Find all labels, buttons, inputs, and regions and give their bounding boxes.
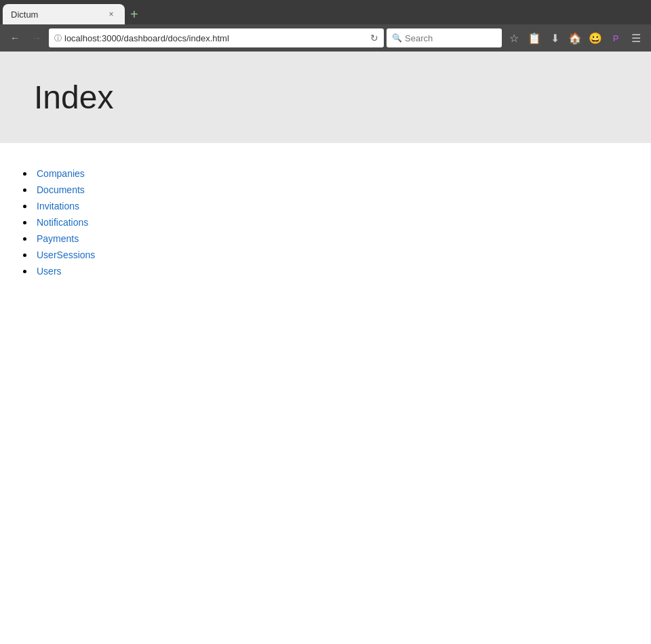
- home-icon[interactable]: 🏠: [566, 28, 585, 47]
- url-input[interactable]: [64, 33, 368, 43]
- page-content: Index CompaniesDocumentsInvitationsNotif…: [0, 52, 651, 644]
- emoji-icon[interactable]: 😀: [586, 28, 605, 47]
- page-title: Index: [34, 79, 617, 116]
- nav-list: CompaniesDocumentsInvitationsNotificatio…: [0, 157, 651, 288]
- menu-icon[interactable]: ☰: [627, 28, 646, 47]
- nav-link-payments[interactable]: Payments: [37, 233, 79, 244]
- nav-link-users[interactable]: Users: [37, 266, 62, 277]
- tab-close-button[interactable]: ×: [106, 9, 117, 20]
- pocket-icon[interactable]: P: [606, 28, 625, 47]
- search-box[interactable]: 🔍: [387, 28, 502, 47]
- nav-link-documents[interactable]: Documents: [37, 184, 85, 195]
- url-bar[interactable]: ⓘ ↻: [49, 28, 384, 47]
- hero-section: Index: [0, 52, 651, 143]
- back-button[interactable]: ←: [5, 28, 24, 47]
- list-item: Documents: [34, 184, 617, 196]
- bookmark-star-icon[interactable]: ☆: [505, 28, 524, 47]
- active-tab[interactable]: Dictum ×: [3, 4, 125, 24]
- search-icon: 🔍: [392, 33, 402, 43]
- tab-bar: Dictum × +: [0, 0, 651, 24]
- download-icon[interactable]: ⬇: [545, 28, 564, 47]
- forward-button[interactable]: →: [27, 28, 46, 47]
- nav-link-notifications[interactable]: Notifications: [37, 217, 88, 228]
- nav-link-invitations[interactable]: Invitations: [37, 201, 79, 212]
- search-input[interactable]: [405, 33, 486, 43]
- list-item: Notifications: [34, 216, 617, 228]
- list-item: UserSessions: [34, 249, 617, 261]
- new-tab-button[interactable]: +: [125, 7, 144, 22]
- list-item: Invitations: [34, 200, 617, 212]
- address-bar: ← → ⓘ ↻ 🔍 ☆ 📋 ⬇ 🏠 😀 P ☰: [0, 24, 651, 52]
- reader-icon[interactable]: 📋: [525, 28, 544, 47]
- list-item: Companies: [34, 167, 617, 180]
- nav-link-usersessions[interactable]: UserSessions: [37, 249, 95, 260]
- toolbar-icons: ☆ 📋 ⬇ 🏠 😀 P ☰: [505, 28, 646, 47]
- tab-title: Dictum: [11, 9, 102, 20]
- list-item: Payments: [34, 233, 617, 245]
- list-item: Users: [34, 265, 617, 277]
- nav-link-companies[interactable]: Companies: [37, 168, 85, 179]
- reload-icon[interactable]: ↻: [370, 33, 378, 43]
- browser-chrome: Dictum × + ← → ⓘ ↻ 🔍 ☆ 📋 ⬇ 🏠 😀 P ☰: [0, 0, 651, 52]
- lock-icon: ⓘ: [54, 33, 62, 43]
